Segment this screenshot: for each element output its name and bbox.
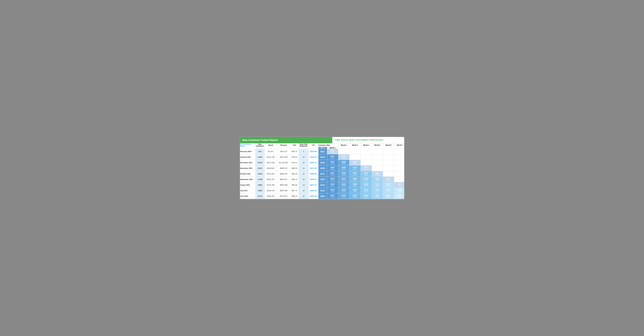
- row-label: February 2022: [240, 149, 255, 154]
- main-table: First Purchase Month New Customers Spend…: [240, 143, 404, 199]
- new-customers-cell: 1,851: [255, 182, 264, 188]
- days-cell: 0: [299, 149, 308, 154]
- row-label: January 2022: [240, 154, 255, 160]
- row-label: June 2021: [240, 193, 255, 199]
- cohort-cell: [394, 160, 404, 166]
- spend-cell: $175,758: [264, 182, 277, 188]
- spend-cell: $196,622: [264, 166, 277, 171]
- day0-cell: $211: [318, 171, 327, 177]
- cac-cell: $76.11: [290, 160, 299, 166]
- cohort-cell: $272210%: [360, 188, 372, 193]
- cohort-cell: [349, 154, 360, 160]
- ltv-cell: $267.48: [308, 193, 318, 199]
- col-first-purchase: First Purchase Month: [240, 144, 255, 147]
- cohort-cell: $265202%: [349, 188, 360, 193]
- cohort-cell: $251230%: [327, 160, 338, 166]
- report-header: New Customer Cohort Report TIME SINCE NE…: [240, 137, 404, 143]
- spend-cell: $417,030: [264, 160, 277, 166]
- cohort-cell: $273188%: [394, 182, 404, 188]
- col-days: Days Until Breakeven: [299, 144, 308, 147]
- cohort-cell: [349, 149, 360, 154]
- days-cell: 13: [299, 182, 308, 188]
- col-spend: Spend: [264, 144, 277, 147]
- report-title: New Customer Cohort Report: [240, 137, 332, 143]
- revenue-cell: $369,191: [277, 171, 290, 177]
- day0-row-header: Day 0 Month 1: [240, 147, 404, 149]
- row-label: December 2021: [240, 160, 255, 166]
- spend-cell: $121,913: [264, 171, 277, 177]
- table-row: August 20211,851$175,758$505,638$94.9513…: [240, 182, 404, 188]
- cohort-cell: [383, 171, 394, 177]
- cohort-cell: $270185%: [372, 182, 383, 188]
- new-customers-cell: 1,416: [255, 154, 264, 160]
- ltv-cell: $256.11: [308, 160, 318, 166]
- cac-cell: $88.93: [290, 166, 299, 171]
- cohort-cell: $235147%: [327, 182, 338, 188]
- cohort-cell: $266199%: [338, 166, 349, 171]
- day0-cell: $206: [318, 177, 327, 182]
- cohort-cell: $245259%: [360, 193, 372, 199]
- time-header: TIME SINCE NEW CUSTOMER PURCHASED: [332, 137, 404, 143]
- cohort-cell: [394, 149, 404, 154]
- col-month4: Month 4: [360, 144, 372, 147]
- day0-cell: $235: [318, 166, 327, 171]
- cohort-cell: $217217%: [327, 193, 338, 199]
- col-ltv: LTV: [308, 144, 318, 147]
- new-customers-cell: 114: [255, 149, 264, 154]
- row-label: August 2021: [240, 182, 255, 188]
- cohort-cell: [394, 166, 404, 171]
- ltv-cell: $271.09: [308, 166, 318, 171]
- cohort-cell: $264179%: [360, 182, 372, 188]
- col-month2: Month 2: [338, 144, 349, 147]
- cohort-cell: $251161%: [338, 177, 349, 182]
- ltv-cell: $293.42: [308, 188, 318, 193]
- cohort-cell: [372, 160, 383, 166]
- cac-cell: $94.95: [290, 182, 299, 188]
- table-row: January 20221,416$112,748$315,349$79.621…: [240, 154, 404, 160]
- col-customer-value: Customer Value: [318, 144, 338, 147]
- cohort-cell: $256236%: [338, 160, 349, 166]
- ltv-cell: $220.86: [308, 149, 318, 154]
- cac-cell: $87.71: [290, 188, 299, 193]
- col-month1: Month 1: [327, 147, 338, 149]
- cohort-cell: [360, 149, 372, 154]
- cohort-cell: $246160%: [338, 182, 349, 188]
- days-cell: 12: [299, 154, 308, 160]
- row-label: September 2021: [240, 177, 255, 182]
- revenue-cell: $1,403,207: [277, 160, 290, 166]
- new-customers-cell: 2,712: [255, 193, 264, 199]
- col-revenue: Revenue: [277, 144, 290, 147]
- revenue-cell: $315,349: [277, 154, 290, 160]
- cohort-cell: $228233%: [338, 193, 349, 199]
- row-label: November 2021: [240, 166, 255, 171]
- revenue-cell: $455,389: [277, 188, 290, 193]
- cohort-cell: [394, 154, 404, 160]
- cohort-cell: $255169%: [349, 182, 360, 188]
- cohort-cell: [372, 149, 383, 154]
- revenue-cell: $25,178: [277, 149, 290, 154]
- revenue-cell: $505,638: [277, 182, 290, 188]
- revenue-cell: $725,407: [277, 193, 290, 199]
- cohort-cell: [360, 160, 372, 166]
- col-day0: Day 0: [318, 147, 327, 149]
- subheader-row: First Purchase Month New Customers Spend…: [240, 144, 404, 147]
- cohort-cell: [394, 171, 404, 177]
- day0-cell: $221: [318, 149, 327, 154]
- new-customers-cell: 1,415: [255, 171, 264, 177]
- table-row: December 20215,479$417,030$1,403,207$76.…: [240, 160, 404, 166]
- cohort-cell: $221244%: [327, 149, 338, 154]
- day0-cell: $223: [318, 188, 327, 193]
- cohort-cell: $271205%: [349, 166, 360, 171]
- day0-cell: $236: [318, 160, 327, 166]
- report-container: New Customer Cohort Report TIME SINCE NE…: [240, 137, 404, 199]
- spend-cell: $167,225: [264, 177, 277, 182]
- day0-cell: $206: [318, 193, 327, 199]
- row-label: October 2021: [240, 171, 255, 177]
- new-customers-cell: 2,211: [255, 166, 264, 171]
- table-row: June 20212,712$185,253$725,407$68.3111$2…: [240, 193, 404, 199]
- cohort-cell: $239172%: [327, 188, 338, 193]
- cohort-cell: [383, 166, 394, 171]
- cohort-cell: $255191%: [338, 188, 349, 193]
- spend-cell: $185,253: [264, 193, 277, 199]
- table-row: July 20211,552$136,123$455,389$87.7112$2…: [240, 188, 404, 193]
